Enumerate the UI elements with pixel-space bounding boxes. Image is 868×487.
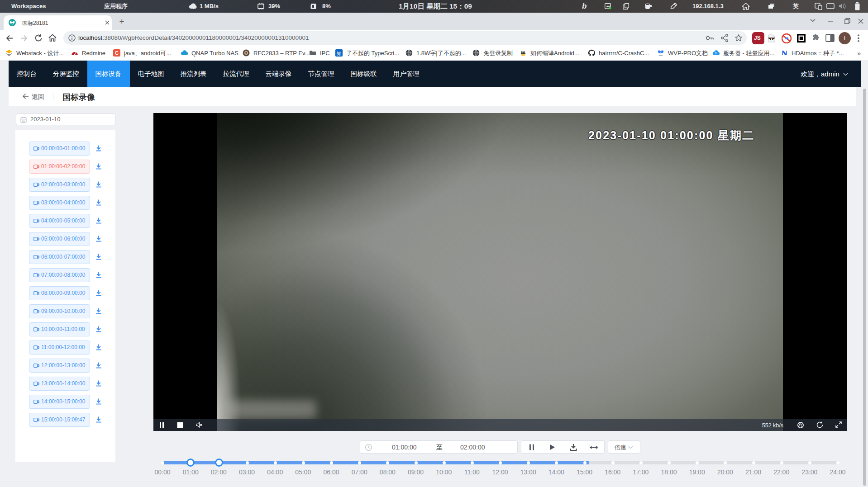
svg-text:C: C <box>115 50 119 56</box>
svg-text:知: 知 <box>337 51 342 56</box>
